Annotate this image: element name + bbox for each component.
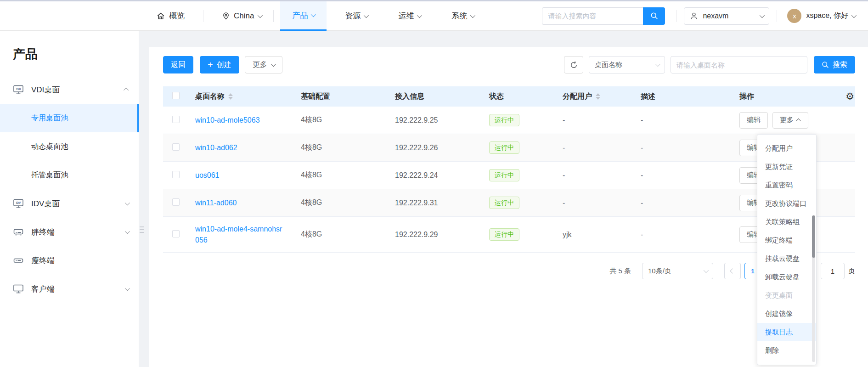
filter-field-select[interactable]: 桌面名称	[589, 56, 665, 73]
back-button[interactable]: 返回	[163, 56, 193, 73]
nav-tab-system-label: 系统	[451, 11, 467, 21]
config-value: 4核8G	[301, 170, 395, 180]
top-navbar: 概览 China 产品 资源 运维 系统	[0, 1, 868, 31]
svg-text:VDI: VDI	[16, 87, 21, 90]
assigned-user: -	[563, 199, 641, 207]
page-size-select[interactable]: 10条/页	[642, 263, 713, 279]
menu-item-assign-user[interactable]: 分配用户	[757, 139, 816, 158]
sidebar-item-managed-pool[interactable]: 托管桌面池	[0, 161, 139, 189]
global-search	[542, 7, 665, 25]
nav-region-selector[interactable]: China	[222, 11, 261, 21]
col-header-access: 接入信息	[395, 92, 424, 100]
chevron-down-icon	[417, 12, 422, 17]
create-button[interactable]: + 创建	[200, 56, 239, 73]
pagination: 共 5 条 10条/页 1 页	[163, 263, 855, 279]
menu-item-create-image[interactable]: 创建镜像	[757, 305, 816, 323]
row-checkbox[interactable]	[172, 143, 180, 151]
sidebar-item-idv-desktop[interactable]: IDV IDV桌面	[0, 189, 139, 218]
user-avatar[interactable]: x	[787, 9, 801, 23]
table-body: win10-ad-mole5063 4核8G 192.222.9.25 运行中 …	[163, 107, 855, 253]
chevron-down-icon	[470, 12, 475, 17]
page-size-value: 10条/页	[648, 267, 671, 276]
global-search-button[interactable]	[643, 7, 665, 25]
nav-tab-ops-label: 运维	[398, 11, 414, 21]
menu-item-link-policy-group[interactable]: 关联策略组	[757, 213, 816, 231]
desktop-table: 桌面名称 基础配置 接入信息 状态 分配用户 描述 操作 ⚙	[163, 86, 855, 253]
sidebar-item-client[interactable]: 客户端	[0, 275, 139, 303]
chevron-down-icon	[311, 12, 316, 17]
menu-item-unmount-cloud-disk[interactable]: 卸载云硬盘	[757, 268, 816, 286]
nav-separator	[777, 10, 777, 22]
sidebar-item-dedicated-pool[interactable]: 专用桌面池	[0, 104, 139, 132]
col-header-user[interactable]: 分配用户	[563, 92, 592, 102]
description: -	[641, 199, 739, 207]
row-checkbox[interactable]	[172, 230, 180, 237]
nav-tab-product[interactable]: 产品	[280, 1, 327, 31]
thin-terminal-icon	[13, 256, 24, 265]
dropdown-scrollbar-thumb[interactable]	[812, 215, 815, 258]
sidebar-item-label: 胖终端	[31, 227, 118, 237]
config-value: 4核8G	[301, 115, 395, 125]
sidebar-item-label: IDV桌面	[31, 198, 118, 209]
current-page-number: 1	[751, 268, 754, 275]
tenant-selector[interactable]: nexavm	[684, 7, 769, 25]
nav-tab-ops[interactable]: 运维	[398, 11, 421, 21]
menu-item-mount-cloud-disk[interactable]: 挂载云硬盘	[757, 249, 816, 268]
chevron-left-icon	[730, 268, 735, 273]
menu-item-reset-password[interactable]: 重置密码	[757, 176, 816, 194]
svg-text:IDV: IDV	[16, 201, 21, 204]
status-badge: 运行中	[489, 141, 519, 154]
dropdown-scrollbar[interactable]	[812, 215, 815, 362]
row-checkbox[interactable]	[172, 198, 180, 206]
nav-tab-system[interactable]: 系统	[451, 11, 474, 21]
sidebar-collapse-handle[interactable]	[139, 226, 145, 233]
status-badge: 运行中	[489, 197, 519, 209]
desktop-name-link[interactable]: win11-ad060	[195, 198, 248, 209]
desktop-name-link[interactable]: uos061	[195, 170, 231, 181]
sidebar-item-dynamic-pool[interactable]: 动态桌面池	[0, 132, 139, 161]
menu-item-update-credential[interactable]: 更新凭证	[757, 158, 816, 176]
desktop-name-input[interactable]	[671, 56, 807, 73]
desktop-name-link[interactable]: win10-ad-mole5063	[195, 115, 271, 126]
nav-tab-product-label: 产品	[292, 10, 308, 21]
select-all-checkbox[interactable]	[172, 92, 180, 99]
chevron-down-icon	[851, 12, 857, 17]
col-header-name[interactable]: 桌面名称	[195, 92, 225, 102]
global-search-input[interactable]	[542, 7, 643, 25]
sort-icon[interactable]	[596, 93, 600, 100]
prev-page-button[interactable]	[724, 263, 741, 279]
sidebar-item-fat-terminal[interactable]: 胖终端	[0, 218, 139, 246]
sidebar-item-vdi-desktop[interactable]: VDI VDI桌面	[0, 75, 139, 104]
search-button[interactable]: 搜索	[814, 56, 855, 73]
edit-button[interactable]: 编辑	[739, 112, 768, 129]
user-greeting: xspace, 你好	[806, 11, 848, 21]
col-header-status: 状态	[489, 92, 504, 100]
sidebar-item-thin-terminal[interactable]: 瘦终端	[0, 246, 139, 275]
column-settings-gear-icon[interactable]: ⚙	[845, 91, 854, 102]
row-more-button-open[interactable]: 更多	[772, 112, 808, 129]
sort-icon[interactable]	[228, 93, 233, 100]
person-icon	[690, 12, 698, 20]
desktop-name-link[interactable]: win10-ad-mole4-samnohsr056	[195, 224, 296, 246]
table-row: win10-ad062 4核8G 192.222.9.26 运行中 - - 编辑…	[163, 134, 855, 162]
menu-item-change-protocol-port[interactable]: 更改协议端口	[757, 194, 816, 213]
user-menu[interactable]: xspace, 你好	[806, 11, 855, 21]
row-checkbox[interactable]	[172, 116, 180, 123]
nav-overview[interactable]: 概览	[156, 11, 185, 21]
menu-item-extract-logs[interactable]: 提取日志	[757, 323, 816, 341]
tenant-name: nexavm	[703, 12, 755, 20]
menu-item-delete[interactable]: 删除	[757, 341, 816, 360]
avatar-letter: x	[793, 12, 796, 20]
nav-tab-resource[interactable]: 资源	[345, 11, 367, 21]
desktop-name-link[interactable]: win10-ad062	[195, 142, 248, 153]
config-value: 4核8G	[301, 143, 395, 152]
refresh-button[interactable]	[564, 56, 583, 73]
goto-page-input[interactable]	[821, 263, 845, 279]
menu-item-bind-terminal[interactable]: 绑定终端	[757, 231, 816, 249]
more-label: 更多	[780, 116, 794, 124]
nav-overview-label: 概览	[169, 11, 185, 21]
description: -	[641, 144, 739, 152]
more-toolbar-button[interactable]: 更多	[245, 56, 282, 73]
fat-terminal-icon	[13, 227, 24, 237]
row-checkbox[interactable]	[172, 171, 180, 178]
